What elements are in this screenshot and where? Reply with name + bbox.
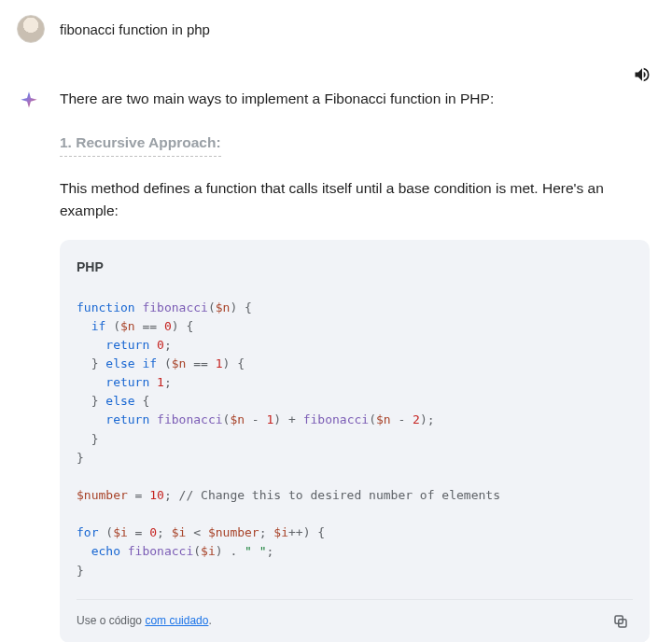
code-card: PHP function fibonacci($n) { if ($n == 0… [60, 240, 650, 642]
code-caution-link[interactable]: com cuidado [145, 614, 208, 627]
code-card-footer: Use o código com cuidado. [77, 599, 633, 634]
section-title: 1. Recursive Approach: [60, 132, 221, 157]
copy-code-button[interactable] [609, 609, 633, 634]
caution-suffix: . [208, 614, 211, 627]
assistant-intro-text: There are two main ways to implement a F… [60, 88, 650, 111]
code-language-label: PHP [77, 257, 633, 277]
code-caution-text: Use o código com cuidado. [77, 612, 212, 630]
speaker-icon [633, 65, 651, 84]
user-avatar [17, 15, 45, 43]
assistant-sparkle-icon [17, 88, 45, 118]
caution-prefix: Use o código [77, 614, 145, 627]
code-block: function fibonacci($n) { if ($n == 0) { … [77, 299, 633, 580]
speaker-button[interactable] [629, 62, 655, 91]
user-prompt-text: fibonacci function in php [60, 21, 210, 37]
user-message-row: fibonacci function in php [17, 15, 655, 43]
assistant-body: There are two main ways to implement a F… [60, 88, 655, 642]
section-description: This method defines a function that call… [60, 177, 650, 224]
copy-icon [612, 613, 629, 630]
assistant-message-row: There are two main ways to implement a F… [17, 88, 655, 642]
